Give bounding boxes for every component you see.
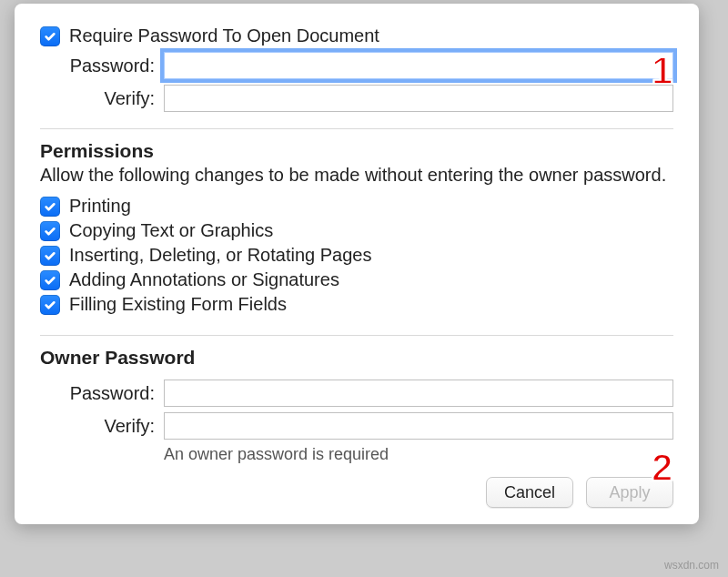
open-password-section: Require Password To Open Document Passwo… [40, 25, 673, 125]
permission-inserting-checkbox[interactable] [40, 246, 60, 266]
permission-form-fields: Filling Existing Form Fields [40, 294, 673, 315]
checkmark-icon [44, 274, 56, 287]
owner-password-section: Owner Password Password: Verify: An owne… [40, 347, 673, 468]
dialog-buttons: Cancel Apply [40, 477, 673, 508]
permissions-description: Allow the following changes to be made w… [40, 164, 673, 187]
password-dialog: Require Password To Open Document Passwo… [15, 4, 699, 524]
callout-annotation-1: 1 [652, 49, 672, 93]
permission-annotations: Adding Annotations or Signatures [40, 269, 673, 290]
permission-printing: Printing [40, 196, 673, 217]
divider [40, 335, 673, 336]
open-verify-input[interactable] [164, 85, 673, 112]
permission-annotations-checkbox[interactable] [40, 270, 60, 290]
permission-form-fields-checkbox[interactable] [40, 295, 60, 315]
owner-password-row: Password: [40, 380, 673, 407]
callout-annotation-2: 2 [652, 446, 672, 490]
watermark: wsxdn.com [664, 559, 719, 572]
require-password-checkbox[interactable] [40, 26, 60, 46]
owner-password-title: Owner Password [40, 347, 673, 369]
require-password-label: Require Password To Open Document [69, 25, 379, 46]
checkmark-icon [44, 299, 56, 311]
permission-label: Adding Annotations or Signatures [69, 269, 339, 290]
open-password-input[interactable] [164, 52, 673, 79]
cancel-button[interactable]: Cancel [486, 477, 573, 508]
permission-label: Copying Text or Graphics [69, 220, 273, 241]
owner-password-label: Password: [40, 383, 164, 404]
divider [40, 128, 673, 129]
permission-inserting: Inserting, Deleting, or Rotating Pages [40, 245, 673, 266]
owner-verify-label: Verify: [40, 416, 164, 437]
permission-printing-checkbox[interactable] [40, 197, 60, 217]
permission-label: Inserting, Deleting, or Rotating Pages [69, 245, 371, 266]
open-verify-label: Verify: [40, 88, 164, 109]
checkmark-icon [44, 200, 56, 213]
open-verify-row: Verify: [40, 85, 673, 112]
checkmark-icon [44, 225, 56, 238]
permissions-section: Permissions Allow the following changes … [40, 140, 673, 331]
permission-label: Filling Existing Form Fields [69, 294, 287, 315]
owner-password-input[interactable] [164, 380, 673, 407]
owner-verify-input[interactable] [164, 412, 673, 440]
owner-verify-row: Verify: [40, 412, 673, 440]
permission-copying-checkbox[interactable] [40, 221, 60, 241]
permission-copying: Copying Text or Graphics [40, 220, 673, 241]
require-password-row: Require Password To Open Document [40, 25, 673, 46]
permission-label: Printing [69, 196, 131, 217]
open-password-row: Password: [40, 52, 673, 79]
checkmark-icon [44, 30, 56, 43]
permissions-list: Printing Copying Text or Graphics Insert… [40, 196, 673, 315]
permissions-title: Permissions [40, 140, 673, 162]
owner-password-hint: An owner password is required [164, 445, 673, 464]
checkmark-icon [44, 249, 56, 262]
open-password-label: Password: [40, 56, 164, 76]
